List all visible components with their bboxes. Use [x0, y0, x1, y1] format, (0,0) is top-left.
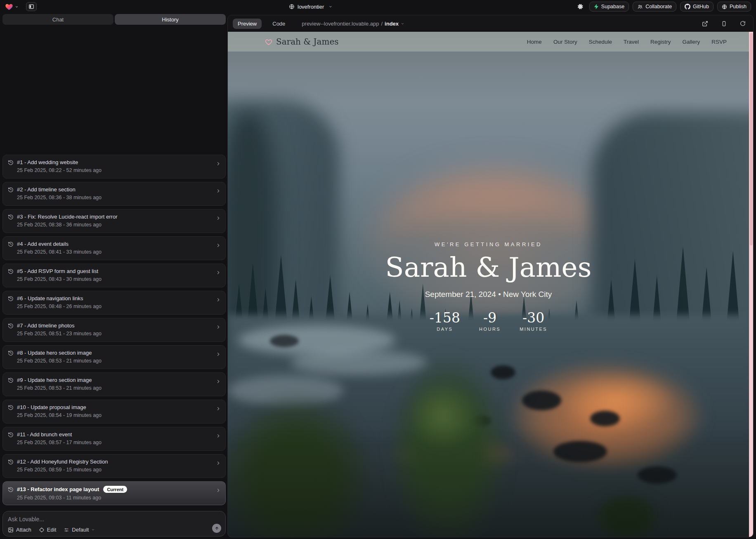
project-selector[interactable]: lovefrontier — [289, 2, 333, 11]
history-item[interactable]: #1 - Add wedding website 25 Feb 2025, 08… — [2, 155, 226, 179]
history-item-meta: 25 Feb 2025, 08:43 - 30 minutes ago — [8, 276, 213, 282]
history-item[interactable]: #13 - Refactor index page layout Current… — [2, 481, 226, 505]
history-item[interactable]: #3 - Fix: Resolve Lucide-react import er… — [2, 209, 226, 233]
history-item[interactable]: #8 - Update hero section image 25 Feb 20… — [2, 345, 226, 369]
history-item-meta: 25 Feb 2025, 08:22 - 52 minutes ago — [8, 167, 213, 173]
nav-link-gallery[interactable]: Gallery — [682, 39, 700, 45]
history-clock-icon — [8, 241, 14, 247]
history-clock-icon — [8, 487, 14, 492]
collaborate-button[interactable]: Collaborate — [633, 2, 676, 12]
history-item-meta: 25 Feb 2025, 08:57 - 17 minutes ago — [8, 440, 213, 445]
edit-button[interactable]: Edit — [39, 527, 56, 533]
scrollbar-thumb[interactable] — [750, 33, 753, 245]
collaborate-label: Collaborate — [645, 4, 672, 9]
history-item-meta: 25 Feb 2025, 08:53 - 21 minutes ago — [8, 358, 213, 364]
chevron-right-icon — [215, 297, 221, 303]
url-separator: / — [381, 21, 383, 27]
publish-button[interactable]: Publish — [717, 2, 751, 12]
countdown-label: DAYS — [437, 327, 453, 332]
countdown-value: -30 — [522, 310, 544, 326]
countdown-value: -158 — [430, 310, 460, 326]
history-item[interactable]: #9 - Update hero section image 25 Feb 20… — [2, 372, 226, 396]
image-icon — [8, 527, 14, 533]
supabase-bolt-icon — [594, 4, 599, 9]
countdown-label: MINUTES — [520, 327, 547, 332]
history-item[interactable]: #4 - Add event details 25 Feb 2025, 08:4… — [2, 236, 226, 260]
history-clock-icon — [8, 160, 14, 165]
chevron-right-icon — [215, 242, 221, 248]
chevron-right-icon — [215, 270, 221, 275]
users-icon — [637, 4, 643, 9]
countdown-unit: -158DAYS — [430, 310, 460, 332]
preview-url-selector[interactable]: preview--lovefrontier.lovable.app / inde… — [302, 21, 404, 27]
history-item[interactable]: #10 - Update proposal image 25 Feb 2025,… — [2, 400, 226, 424]
prompt-input[interactable] — [8, 516, 157, 523]
tab-preview[interactable]: Preview — [233, 19, 262, 29]
nav-link-rsvp[interactable]: RSVP — [711, 39, 727, 45]
github-button[interactable]: GitHub — [680, 2, 713, 12]
edit-label: Edit — [47, 527, 56, 533]
chevron-right-icon — [215, 406, 221, 412]
url-chevron-down-icon — [401, 22, 404, 26]
tab-history[interactable]: History — [115, 14, 226, 25]
history-clock-icon — [8, 350, 14, 356]
history-item[interactable]: #2 - Add timeline section 25 Feb 2025, 0… — [2, 182, 226, 206]
history-item[interactable]: #5 - Add RSVP form and guest list 25 Feb… — [2, 264, 226, 287]
nav-link-home[interactable]: Home — [527, 39, 542, 45]
supabase-button[interactable]: Supabase — [589, 2, 629, 12]
hero-title: Sarah & James — [385, 252, 592, 283]
current-badge: Current — [103, 486, 127, 493]
history-clock-icon — [8, 459, 14, 465]
preview-toolbar: Preview Code preview--lovefrontier.lovab… — [228, 15, 753, 32]
open-external-button[interactable] — [699, 19, 710, 28]
preview-page: index — [385, 21, 399, 27]
mode-selector[interactable]: Default — [64, 527, 95, 533]
history-item[interactable]: #6 - Update navigation links 25 Feb 2025… — [2, 291, 226, 315]
history-item-title: #4 - Add event details — [17, 241, 69, 247]
nav-link-our-story[interactable]: Our Story — [553, 39, 577, 45]
chevron-right-icon — [215, 188, 221, 194]
history-item-meta: 25 Feb 2025, 08:54 - 19 minutes ago — [8, 412, 213, 418]
hero-section: WE'RE GETTING MARRIED Sarah & James Sept… — [228, 241, 749, 332]
globe-icon — [289, 4, 295, 9]
history-item[interactable]: #12 - Add Honeyfund Registry Section 25 … — [2, 454, 226, 478]
chat-sidebar: Chat History #1 - Add wedding website 25… — [2, 14, 226, 537]
app-topbar: lovefrontier Supabase Collabor — [0, 0, 756, 13]
heart-outline-icon — [265, 38, 272, 45]
gear-icon — [577, 3, 584, 10]
history-clock-icon — [8, 214, 14, 220]
sidebar-toggle-button[interactable] — [26, 2, 37, 11]
publish-globe-icon — [722, 4, 727, 9]
site-logo[interactable]: Sarah & James — [265, 37, 339, 47]
send-button[interactable] — [212, 524, 221, 533]
history-item-title: #3 - Fix: Resolve Lucide-react import er… — [17, 214, 117, 220]
history-item[interactable]: #7 - Add timeline photos 25 Feb 2025, 08… — [2, 318, 226, 342]
logo-chevron-down-icon[interactable] — [15, 5, 19, 9]
attach-label: Attach — [16, 527, 31, 533]
chevron-right-icon — [215, 433, 221, 439]
history-clock-icon — [8, 323, 14, 329]
device-preview-button[interactable] — [718, 19, 729, 28]
chevron-right-icon — [215, 460, 221, 466]
composer: Attach Edit Default — [2, 511, 226, 537]
refresh-button[interactable] — [737, 19, 748, 28]
tab-code[interactable]: Code — [267, 19, 290, 29]
site-logo-text: Sarah & James — [276, 37, 339, 47]
nav-link-travel[interactable]: Travel — [624, 39, 639, 45]
settings-button[interactable] — [575, 2, 586, 12]
arrow-up-icon — [215, 526, 219, 531]
chevron-right-icon — [215, 379, 221, 384]
countdown-unit: -9HOURS — [479, 310, 501, 332]
attach-button[interactable]: Attach — [8, 527, 31, 533]
countdown: -158DAYS-9HOURS-30MINUTES — [430, 310, 547, 332]
history-item[interactable]: #11 - Add brunch event 25 Feb 2025, 08:5… — [2, 427, 226, 451]
nav-link-registry[interactable]: Registry — [650, 39, 671, 45]
chevron-right-icon — [215, 324, 221, 330]
history-item-title: #1 - Add wedding website — [17, 159, 78, 165]
nav-link-schedule[interactable]: Schedule — [589, 39, 612, 45]
lovable-heart-icon[interactable] — [5, 3, 13, 10]
tab-chat[interactable]: Chat — [2, 14, 113, 25]
site-scrollbar[interactable] — [749, 32, 753, 537]
history-item-meta: 25 Feb 2025, 08:36 - 38 minutes ago — [8, 195, 213, 200]
site-nav: HomeOur StoryScheduleTravelRegistryGalle… — [527, 39, 727, 45]
